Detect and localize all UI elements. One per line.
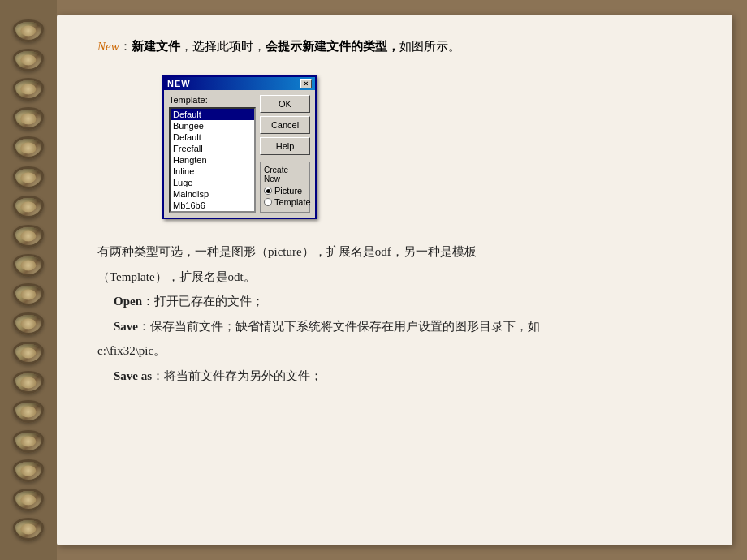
open-label: Open (114, 295, 142, 308)
spiral-binding (0, 0, 57, 560)
radio-template-circle[interactable] (264, 198, 272, 206)
spiral-ring-13 (13, 400, 44, 423)
new-heading-line: New：新建文件，选择此项时，会提示新建文件的类型，如图所示。 (97, 39, 700, 54)
list-item-spike[interactable]: Spike (171, 211, 254, 213)
ok-button[interactable]: OK (260, 95, 310, 113)
spiral-ring-2 (13, 78, 44, 101)
new-desc-2: 如图所示。 (399, 40, 460, 53)
open-line: Open：打开已存在的文件； (97, 290, 700, 313)
new-colon: ： (119, 40, 132, 53)
spiral-ring-4 (13, 136, 44, 159)
new-desc-1: ，选择此项时， (180, 40, 266, 53)
body-line1: 有两种类型可选，一种是图形（picture），扩展名是odf，另一种是模板 (97, 240, 700, 264)
dialog-body: Template: Default Bungee Default Freefal… (164, 90, 315, 218)
radio-template-label: Template (274, 197, 311, 207)
page-area: New：新建文件，选择此项时，会提示新建文件的类型，如图所示。 NEW × Te… (57, 15, 732, 545)
dialog-left-panel: Template: Default Bungee Default Freefal… (169, 95, 256, 213)
spiral-ring-17 (13, 518, 44, 541)
save-path: c:\fix32\pic。 (97, 344, 166, 357)
body-text: 有两种类型可选，一种是图形（picture），扩展名是odf，另一种是模板 （T… (97, 240, 700, 387)
radio-picture-label: Picture (274, 186, 302, 196)
dialog-close-button[interactable]: × (300, 79, 312, 88)
saveas-desc: ：将当前文件存为另外的文件； (152, 369, 322, 382)
new-desc-bold1: 新建文件 (132, 40, 180, 53)
saveas-line: Save as：将当前文件存为另外的文件； (97, 364, 700, 388)
list-item-freefall[interactable]: Freefall (171, 143, 254, 154)
save-path-line: c:\fix32\pic。 (97, 339, 700, 363)
list-item-mb16b6[interactable]: Mb16b6 (171, 200, 254, 211)
create-new-group: Create New Picture Template (260, 162, 310, 213)
new-label: New (97, 40, 119, 53)
spiral-ring-16 (13, 489, 44, 511)
radio-template[interactable]: Template (264, 197, 306, 207)
list-item-maindisp[interactable]: Maindisp (171, 188, 254, 200)
dialog-right-panel: OK Cancel Help Create New Picture Templa… (260, 95, 310, 213)
dialog-box: NEW × Template: Default Bungee Default F… (162, 75, 317, 219)
spiral-ring-7 (13, 225, 44, 248)
template-listbox[interactable]: Default Bungee Default Freefall Hangten … (169, 107, 256, 213)
list-item-bungee[interactable]: Bungee (171, 120, 254, 131)
spiral-ring-6 (13, 196, 44, 218)
help-button[interactable]: Help (260, 137, 310, 155)
list-item-default[interactable]: Default (171, 131, 254, 143)
create-new-label: Create New (264, 166, 306, 183)
save-desc: ：保存当前文件；缺省情况下系统将文件保存在用户设置的图形目录下，如 (138, 320, 540, 333)
dialog-title: NEW (167, 79, 191, 88)
spiral-ring-12 (13, 371, 44, 394)
spiral-ring-14 (13, 430, 44, 453)
new-desc-bold2: 会提示新建文件的类型， (266, 40, 399, 53)
body-line2: （Template），扩展名是odt。 (97, 265, 700, 289)
list-item-default-selected[interactable]: Default (171, 109, 254, 120)
spiral-ring-1 (13, 49, 44, 71)
spiral-ring-5 (13, 166, 44, 189)
radio-picture-circle[interactable] (264, 187, 272, 195)
save-label: Save (114, 320, 138, 333)
open-desc: ：打开已存在的文件； (142, 295, 264, 308)
dialog-titlebar: NEW × (164, 77, 315, 90)
save-line: Save：保存当前文件；缺省情况下系统将文件保存在用户设置的图形目录下，如 (97, 315, 700, 338)
dialog-container: NEW × Template: Default Bungee Default F… (162, 75, 317, 219)
list-item-hangten[interactable]: Hangten (171, 154, 254, 166)
cancel-button[interactable]: Cancel (260, 116, 310, 134)
list-item-inline[interactable]: Inline (171, 166, 254, 177)
body-text-line2: （Template），扩展名是odt。 (97, 270, 256, 283)
spiral-ring-10 (13, 312, 44, 335)
spiral-ring-3 (13, 107, 44, 130)
radio-picture[interactable]: Picture (264, 186, 306, 196)
template-label: Template: (169, 95, 256, 105)
saveas-label: Save as (114, 369, 152, 382)
spiral-ring-11 (13, 342, 44, 364)
spiral-ring-0 (13, 19, 44, 42)
body-text-line1: 有两种类型可选，一种是图形（picture），扩展名是odf，另一种是模板 (97, 245, 477, 258)
list-item-luge[interactable]: Luge (171, 177, 254, 188)
spiral-ring-8 (13, 254, 44, 277)
spiral-ring-9 (13, 283, 44, 306)
spiral-ring-15 (13, 459, 44, 482)
